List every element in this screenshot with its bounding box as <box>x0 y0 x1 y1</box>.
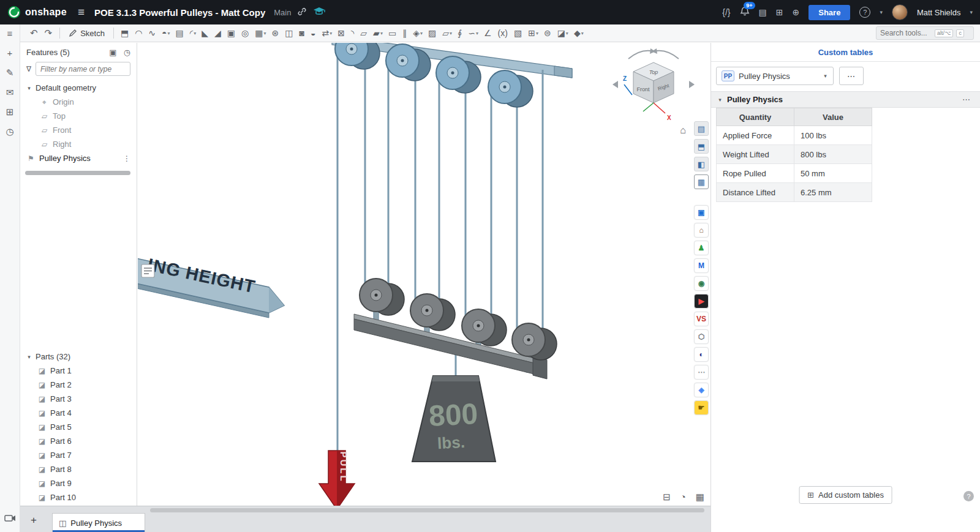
replace-face-icon[interactable]: ▭ <box>386 26 399 40</box>
app-icon-youtube[interactable]: ▶ <box>694 294 709 309</box>
search-tools-input[interactable] <box>880 29 932 37</box>
featurescript-icon[interactable]: {/} <box>722 7 730 17</box>
linear-pattern-icon[interactable]: ▦ ▾ <box>252 26 268 40</box>
loft-icon[interactable]: ◓ ▾ <box>159 26 172 40</box>
belt-icon[interactable]: ⊜ <box>541 26 554 40</box>
panel-structure-icon[interactable]: ≡ <box>7 29 13 39</box>
sheet-metal-icon[interactable]: ▧ <box>511 26 525 40</box>
panel-tab-custom-tables-icon[interactable]: ▦ <box>694 174 709 189</box>
panel-help-icon[interactable]: ? <box>963 491 974 501</box>
insert-item-icon[interactable]: + <box>7 48 13 58</box>
comments-icon[interactable]: ✉ <box>6 88 14 97</box>
sketch-button[interactable]: Sketch <box>64 29 109 38</box>
boundary-surface-icon[interactable]: ◈ ▾ <box>410 26 425 40</box>
feature-filter-input[interactable] <box>36 62 130 76</box>
rollback-icon[interactable]: ◷ <box>124 48 130 57</box>
history-icon[interactable]: ◷ <box>6 127 13 137</box>
weight-800lbs[interactable]: 800 lbs. <box>412 376 496 462</box>
app-icon-m-blue[interactable]: M <box>694 258 709 273</box>
app-icon-cad-blue[interactable]: ▣ <box>694 205 709 220</box>
tree-node-default-geometry[interactable]: ▾ Default geometry <box>20 81 137 95</box>
help-icon[interactable]: ? <box>859 7 870 18</box>
table-selector-dropdown[interactable]: PP Pulley Physics ▾ <box>716 67 834 85</box>
view-cube[interactable]: Top Front Right Z X <box>608 47 699 127</box>
transform-icon[interactable]: ⇄ ▾ <box>319 26 334 40</box>
offset-surface-icon[interactable]: ∥ <box>400 26 410 40</box>
part-list-item[interactable]: ◪ Part 4 <box>20 406 137 420</box>
table-options-button[interactable]: ⋯ <box>839 67 864 85</box>
fillet-icon[interactable]: ◜ ▾ <box>187 26 198 40</box>
draft-icon[interactable]: ◢ <box>212 26 224 40</box>
boolean-icon[interactable]: ◙ <box>296 26 307 40</box>
app-icon-map-pin[interactable]: ◈ <box>694 383 709 397</box>
panel-tab-structure-icon[interactable]: ▤ <box>694 121 709 136</box>
apps-icon[interactable]: ⊞ <box>776 7 783 17</box>
mirror-icon[interactable]: ◫ <box>282 26 296 40</box>
chamfer-icon[interactable]: ◣ <box>199 26 211 40</box>
measure-icon[interactable]: ∠ <box>481 26 495 40</box>
caret-icon[interactable]: ▾ <box>26 354 32 360</box>
user-menu-caret-icon[interactable]: ▾ <box>970 9 973 15</box>
new-folder-icon[interactable]: ▣ <box>109 48 116 57</box>
add-tab-button[interactable]: + <box>26 514 41 526</box>
sweep-icon[interactable]: ∿ <box>146 26 159 40</box>
tree-item-pulley-physics-feature[interactable]: ⚑ Pulley Physics ⋮ <box>20 151 137 165</box>
app-icon-cube-gray[interactable]: ⬡ <box>694 329 709 344</box>
tasks-icon[interactable]: ▤ <box>759 7 767 17</box>
revolve-icon[interactable]: ◠ <box>132 26 145 40</box>
curve-icon[interactable]: ∽ ▾ <box>466 26 481 40</box>
move-face-icon[interactable]: ▰ ▾ <box>371 26 385 40</box>
appearance-icon[interactable]: ◆ ▾ <box>571 26 586 40</box>
features-scrollbar[interactable] <box>25 171 130 175</box>
3d-viewport[interactable]: 800 lbs. PULL ING HEIGHT <box>138 43 710 506</box>
tab-bar-scrollbar[interactable] <box>150 508 704 512</box>
frame-icon[interactable]: ⊞ ▾ <box>526 26 541 40</box>
grid-settings-icon[interactable]: ▦ <box>696 492 704 503</box>
feature-slider-icon[interactable]: ⋮ <box>123 154 130 163</box>
workspace-label[interactable]: Main <box>274 8 291 17</box>
part-list-item[interactable]: ◪ Part 10 <box>20 490 137 504</box>
share-button[interactable]: Share <box>809 5 850 20</box>
part-list-item[interactable]: ◪ Part 3 <box>20 392 137 406</box>
search-tools-box[interactable]: alt/⌥ c <box>876 26 974 40</box>
tree-item-origin[interactable]: ⌖ Origin <box>20 95 137 109</box>
part-list-item[interactable]: ◪ Part 9 <box>20 476 137 490</box>
part-list-item[interactable]: ◪ Part 8 <box>20 462 137 476</box>
versions-icon[interactable]: ⊞ <box>6 107 14 117</box>
default-view-icon[interactable]: ⌂ <box>680 125 686 136</box>
tab-pulley-physics[interactable]: ◫ Pulley Physics <box>52 513 145 532</box>
fill-surface-icon[interactable]: ▨ <box>426 26 439 40</box>
part-list-item[interactable]: ◪ Part 6 <box>20 434 137 448</box>
part-list-item[interactable]: ◪ Part 2 <box>20 378 137 392</box>
screen-capture-icon[interactable] <box>4 514 16 525</box>
app-icon-chat[interactable]: ⋯ <box>694 365 709 380</box>
notifications-icon[interactable]: 9+ <box>740 6 750 18</box>
circular-pattern-icon[interactable]: ⊛ <box>270 26 282 40</box>
add-custom-tables-button[interactable]: ⊞ Add custom tables <box>799 486 892 504</box>
updates-icon[interactable]: ⊕ <box>793 7 800 17</box>
hole-icon[interactable]: ◎ <box>239 26 252 40</box>
table-section-header[interactable]: ▾ Pulley Physics ⋯ <box>711 91 980 108</box>
app-icon-camera-green[interactable]: ◉ <box>694 276 709 291</box>
part-list-item[interactable]: ◪ Part 1 <box>20 364 137 378</box>
onshape-logo[interactable]: onshape <box>7 6 67 19</box>
app-icon-hand-yellow[interactable]: ☛ <box>694 400 709 415</box>
orbit-right-arrow[interactable] <box>689 81 695 88</box>
shell-icon[interactable]: ▣ <box>225 26 238 40</box>
user-avatar[interactable] <box>892 4 908 20</box>
undo-button[interactable]: ↶ <box>27 28 41 39</box>
markup-icon[interactable]: ✎ <box>6 68 14 78</box>
help-caret-icon[interactable]: ▾ <box>880 9 883 15</box>
orbit-left-arrow[interactable] <box>612 81 618 88</box>
split-icon[interactable]: ◒ <box>308 26 318 40</box>
variables-icon[interactable]: (x) <box>496 26 511 40</box>
snapshot-icon[interactable]: ⊟ <box>663 492 671 503</box>
panel-tab-properties-icon[interactable]: ◧ <box>694 157 709 171</box>
modify-fillet-icon[interactable]: ◝ <box>349 26 357 40</box>
app-icon-printer-brown[interactable]: ⌂ <box>694 223 709 238</box>
redo-button[interactable]: ↷ <box>42 28 56 39</box>
caret-icon[interactable]: ▾ <box>26 85 32 91</box>
main-menu-icon[interactable]: ≡ <box>78 6 85 19</box>
section-menu-icon[interactable]: ⋯ <box>962 95 970 104</box>
plane-icon[interactable]: ▱ ▾ <box>440 26 454 40</box>
